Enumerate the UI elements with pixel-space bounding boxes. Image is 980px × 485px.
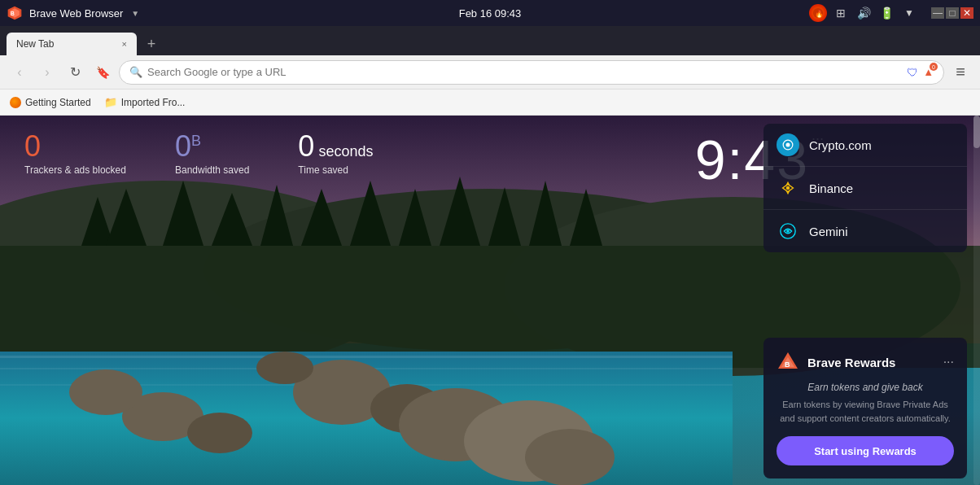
start-using-rewards-button[interactable]: Start using Rewards: [777, 436, 954, 465]
svg-rect-23: [0, 356, 733, 358]
scrollbar[interactable]: [973, 116, 980, 485]
svg-marker-40: [785, 190, 790, 195]
bookmark-imported[interactable]: 📁 Imported Fro...: [104, 96, 186, 108]
refresh-button[interactable]: ↻: [63, 61, 86, 84]
rewards-card: B Brave Rewards ··· Earn tokens and give…: [763, 338, 967, 478]
stat-trackers-label: Trackers & ads blocked: [24, 164, 126, 176]
tab-bar: New Tab × +: [0, 26, 980, 55]
stat-time-number: 0 seconds: [298, 132, 373, 161]
exchange-name-binance: Binance: [809, 181, 853, 195]
svg-point-43: [786, 229, 790, 233]
svg-text:🔥: 🔥: [815, 9, 824, 19]
tray-icon-battery: 🔋: [877, 4, 895, 22]
title-bar-datetime: Feb 16 09:43: [459, 7, 522, 20]
tray-icon-arrow: ▼: [900, 4, 918, 22]
svg-point-37: [786, 143, 790, 147]
tray-icon-audio: 🔊: [855, 4, 873, 22]
exchange-item-binance[interactable]: Binance: [763, 167, 967, 210]
binance-icon: [777, 177, 799, 199]
rewards-subtitle: Earn tokens and give back: [777, 382, 954, 393]
crypto-icon: [777, 133, 799, 156]
gemini-icon: [777, 220, 799, 242]
bookmark-label-2: Imported Fro...: [121, 97, 186, 108]
tab-close-button[interactable]: ×: [122, 39, 127, 49]
bookmark-label-1: Getting Started: [25, 97, 91, 108]
exchange-item-gemini[interactable]: Gemini: [763, 210, 967, 252]
stat-time: 0 seconds Time saved: [298, 132, 373, 176]
stat-trackers-number: 0: [24, 132, 126, 161]
tray-icon-network: ⊞: [832, 4, 850, 22]
rewards-description: Earn tokens by viewing Brave Private Ads…: [777, 398, 954, 425]
search-input[interactable]: [147, 66, 902, 78]
scrollbar-thumb: [973, 116, 980, 148]
bookmark-getting-started[interactable]: Getting Started: [10, 97, 91, 108]
system-tray: 🔥 ⊞ 🔊 🔋 ▼: [809, 4, 918, 22]
tab-label: New Tab: [16, 38, 54, 50]
stat-bandwidth: 0B Bandwidth saved: [175, 132, 249, 176]
brave-logo: B: [7, 5, 23, 21]
folder-icon: 📁: [104, 96, 117, 108]
stat-bandwidth-label: Bandwidth saved: [175, 164, 249, 176]
main-content: 0 Trackers & ads blocked 0B Bandwidth sa…: [0, 116, 980, 485]
exchange-list: Crypto.com Binance Gemini: [763, 124, 967, 252]
getting-started-favicon: [10, 97, 21, 108]
bookmark-button[interactable]: 🔖: [91, 61, 114, 84]
exchange-name-gemini: Gemini: [809, 225, 848, 238]
rewards-header: B Brave Rewards ···: [777, 351, 954, 374]
bat-icon: B: [777, 351, 799, 374]
new-tab-button[interactable]: +: [140, 33, 163, 55]
stat-trackers: 0 Trackers & ads blocked: [24, 132, 126, 176]
window-controls: — □ ✕: [931, 7, 973, 19]
active-tab[interactable]: New Tab ×: [7, 33, 137, 55]
close-button[interactable]: ✕: [960, 7, 973, 19]
nav-bar: ‹ › ↻ 🔖 🔍 🛡 ▲ 0 ≡: [0, 55, 980, 90]
title-bar: B Brave Web Browser ▼ Feb 16 09:43 🔥 ⊞ 🔊…: [0, 0, 980, 26]
minimize-button[interactable]: —: [931, 7, 944, 19]
maximize-button[interactable]: □: [946, 7, 959, 19]
svg-point-34: [69, 369, 142, 415]
svg-text:B: B: [11, 11, 15, 16]
exchange-item-crypto[interactable]: Crypto.com: [763, 124, 967, 167]
svg-point-33: [256, 352, 313, 384]
title-dropdown-icon[interactable]: ▼: [131, 9, 139, 18]
rewards-title: Brave Rewards: [807, 356, 935, 369]
bat-rewards-button[interactable]: ▲ 0: [923, 66, 934, 78]
svg-text:B: B: [785, 360, 790, 369]
tray-icon-fire: 🔥: [809, 4, 827, 22]
browser-title: Brave Web Browser: [29, 7, 123, 20]
forward-button[interactable]: ›: [36, 61, 59, 84]
stats-bar: 0 Trackers & ads blocked 0B Bandwidth sa…: [24, 132, 373, 176]
stat-bandwidth-number: 0B: [175, 132, 249, 161]
bookmarks-bar: Getting Started 📁 Imported Fro...: [0, 90, 980, 116]
main-menu-button[interactable]: ≡: [949, 61, 972, 84]
stat-time-label: Time saved: [298, 164, 373, 176]
svg-point-32: [187, 413, 252, 453]
rewards-menu-button[interactable]: ···: [943, 355, 954, 369]
search-icon: 🔍: [129, 66, 142, 78]
shield-icon: 🛡: [907, 66, 918, 79]
exchange-name-crypto: Crypto.com: [809, 138, 872, 152]
svg-point-41: [786, 186, 790, 190]
svg-point-30: [525, 429, 615, 485]
address-bar[interactable]: 🔍 🛡 ▲ 0: [119, 60, 944, 85]
back-button[interactable]: ‹: [8, 61, 31, 84]
